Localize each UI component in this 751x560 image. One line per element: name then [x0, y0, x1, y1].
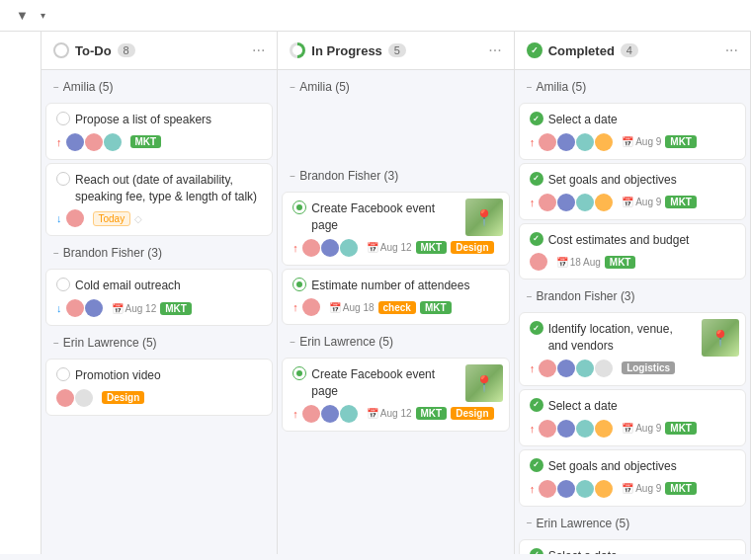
tag-mkt: MKT [420, 301, 452, 314]
completed-status-icon: ✓ [530, 548, 543, 554]
date-badge: 📅Aug 12 [367, 408, 412, 419]
inprogress-status-icon [292, 278, 306, 291]
group-toggle-icon[interactable]: − [527, 518, 533, 528]
card-meta: ↓📅Aug 12MKT [56, 299, 262, 317]
priority-up-icon: ↑ [56, 136, 62, 148]
task-card[interactable]: Propose a list of speakers↑MKT [45, 103, 273, 160]
group-header[interactable]: −Amilia (5) [45, 74, 273, 100]
task-card[interactable]: ✓Set goals and objectives↑📅Aug 9MKT [519, 449, 746, 507]
avatar [104, 133, 122, 151]
priority-down-icon: ↓ [56, 212, 62, 224]
column-count-completed: 4 [621, 43, 638, 57]
task-card[interactable]: ✓Select a date↑📅Aug 9MKT [519, 389, 746, 446]
avatar [557, 194, 575, 211]
group-toggle-icon[interactable]: − [53, 338, 59, 349]
date-badge: 📅Aug 12 [112, 303, 157, 314]
group-name: Erin Lawrence (5) [537, 517, 630, 530]
avatar [595, 133, 613, 151]
avatar [75, 389, 93, 407]
completed-status-icon: ✓ [530, 398, 543, 412]
avatar [302, 239, 320, 257]
column-menu-inprogress[interactable]: ··· [488, 41, 501, 59]
avatar [576, 133, 594, 151]
card-meta: ↓Today◇ [56, 209, 262, 227]
avatar [576, 194, 594, 211]
group-toggle-icon[interactable]: − [53, 82, 59, 93]
group-header[interactable]: −Brandon Fisher (3) [45, 240, 273, 266]
group-header[interactable]: −Brandon Fisher (3) [519, 283, 746, 309]
task-card[interactable]: ✓Cost estimates and budget📅18 AugMKT [519, 223, 746, 280]
task-card[interactable]: ✓Select a date↑📅Aug 9MKT [519, 103, 746, 160]
avatar [56, 389, 74, 407]
task-card[interactable]: Create Facebook event page📍↑📅Aug 12MKTDe… [282, 192, 509, 266]
card-meta: ↑📅Aug 9MKT [530, 480, 735, 498]
group-header[interactable]: −Amilia (5) [519, 74, 746, 100]
priority-up-icon: ↑ [530, 423, 536, 435]
avatar [66, 133, 84, 151]
date-badge: 📅Aug 18 [329, 302, 375, 313]
empty-area [282, 100, 509, 159]
avatar [576, 420, 594, 438]
priority-up-icon: ↑ [530, 197, 536, 208]
group-name: Amilia (5) [299, 80, 350, 94]
group-header[interactable]: −Brandon Fisher (3) [282, 163, 509, 189]
todo-circle-icon [53, 42, 69, 58]
tag-mkt: MKT [665, 482, 697, 495]
task-card[interactable]: Promotion videoDesign [45, 359, 273, 416]
task-card[interactable]: ✓Identify location, venue, and vendors📍↑… [519, 312, 746, 386]
task-card[interactable]: Reach out (date of availability, speakin… [45, 163, 273, 237]
tag-mkt: MKT [416, 407, 448, 420]
tag-check: check [378, 301, 416, 314]
date-badge: 📅Aug 9 [622, 197, 661, 207]
group-toggle-icon[interactable]: − [53, 248, 59, 259]
tag-mkt: MKT [665, 196, 697, 208]
card-meta: ↑📅Aug 9MKT [530, 194, 735, 211]
group-section: −Erin Lawrence (5)Create Facebook event … [282, 329, 509, 432]
group-header[interactable]: −Amilia (5) [282, 74, 509, 100]
group-section: −Brandon Fisher (3)✓Identify location, v… [519, 283, 746, 506]
avatar [66, 209, 84, 227]
avatar [530, 253, 547, 271]
group-toggle-icon[interactable]: − [527, 82, 533, 93]
today-badge: Today [93, 211, 131, 226]
group-toggle-icon[interactable]: − [290, 337, 295, 348]
group-toggle-icon[interactable]: − [290, 171, 295, 182]
card-title: Set goals and objectives [548, 172, 735, 189]
avatar [321, 405, 339, 423]
group-section: −Erin Lawrence (5)✓Select a date↑📅Aug 9M… [519, 511, 746, 554]
priority-down-icon: ↓ [56, 302, 62, 314]
column-header-completed: Completed4··· [515, 32, 750, 70]
column-todo: To-Do8···−Amilia (5)Propose a list of sp… [42, 32, 278, 554]
tag-mkt: MKT [160, 302, 192, 315]
task-card[interactable]: ✓Set goals and objectives↑📅Aug 9MKT [519, 163, 746, 220]
avatar [302, 298, 320, 316]
group-toggle-icon[interactable]: − [290, 82, 295, 93]
avatar [539, 420, 556, 438]
map-thumbnail: 📍 [465, 199, 503, 236]
group-section: −Amilia (5) [282, 74, 509, 159]
task-card[interactable]: ✓Select a date↑📅Aug 9MKT [519, 539, 746, 554]
task-card[interactable]: Cold email outreach↓📅Aug 12MKT [45, 269, 273, 326]
card-meta: 📅18 AugMKT [530, 253, 735, 271]
column-title-inprogress: In Progress [311, 43, 382, 58]
column-completed: Completed4···−Amilia (5)✓Select a date↑📅… [515, 32, 751, 554]
avatar [595, 360, 613, 377]
priority-up-icon: ↑ [530, 136, 536, 148]
group-toggle-icon[interactable]: − [527, 291, 533, 302]
card-title: Set goals and objectives [548, 458, 735, 475]
column-menu-todo[interactable]: ··· [252, 41, 265, 59]
date-badge: 📅Aug 9 [622, 423, 661, 434]
card-meta: ↑📅Aug 12MKTDesign [292, 405, 498, 423]
column-menu-completed[interactable]: ··· [725, 41, 738, 59]
avatar [576, 480, 594, 498]
task-card[interactable]: Create Facebook event page📍↑📅Aug 12MKTDe… [282, 358, 509, 432]
column-count-todo: 8 [118, 43, 135, 57]
group-name: Erin Lawrence (5) [63, 336, 157, 350]
group-header[interactable]: −Erin Lawrence (5) [45, 330, 273, 356]
group-header[interactable]: −Erin Lawrence (5) [519, 511, 746, 536]
avatar [321, 239, 339, 257]
group-header[interactable]: −Erin Lawrence (5) [282, 329, 509, 355]
completed-status-icon: ✓ [530, 112, 543, 125]
task-card[interactable]: Estimate number of attendees↑📅Aug 18chec… [282, 269, 509, 326]
column-title-completed: Completed [548, 43, 615, 58]
